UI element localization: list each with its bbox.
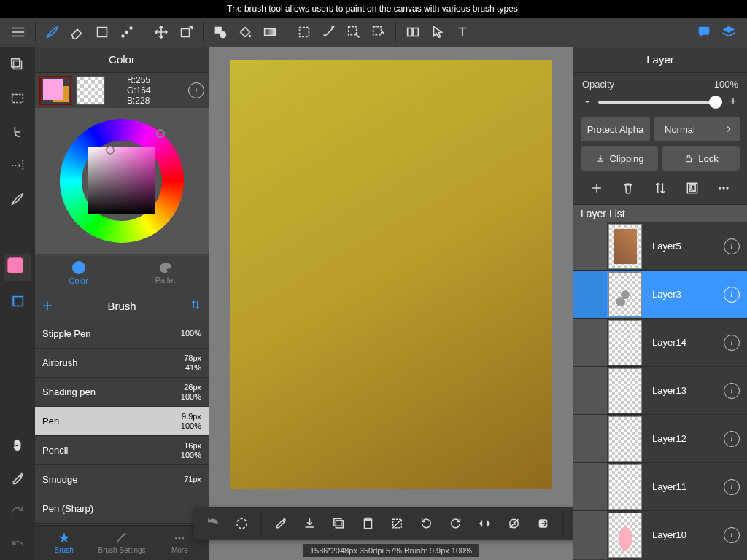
select-wand-icon[interactable] xyxy=(366,20,391,44)
save-icon[interactable] xyxy=(297,510,323,537)
select-rect-icon[interactable] xyxy=(292,20,317,44)
layer-row[interactable]: Layer12i xyxy=(573,415,747,463)
layer-info-button[interactable]: i xyxy=(724,335,740,351)
svg-point-7 xyxy=(249,35,252,38)
add-brush-button[interactable]: + xyxy=(42,295,53,316)
menu-icon[interactable] xyxy=(6,20,31,44)
copy-float-icon[interactable] xyxy=(326,510,352,537)
svg-point-32 xyxy=(690,187,692,188)
hand-tool-icon[interactable] xyxy=(4,432,31,459)
rotate-icon[interactable] xyxy=(4,118,31,146)
svg-rect-9 xyxy=(300,28,309,37)
opacity-plus[interactable]: + xyxy=(728,94,738,109)
pallet-tab[interactable]: Pallet xyxy=(122,254,209,292)
brush-row[interactable]: Shading pen26px100% xyxy=(35,378,209,407)
bucket-fill-icon[interactable] xyxy=(208,20,233,44)
marquee-icon[interactable] xyxy=(4,85,31,112)
layer-row[interactable]: Layer3i xyxy=(573,271,747,319)
color-swatch[interactable] xyxy=(39,76,71,105)
share-icon[interactable] xyxy=(530,510,557,537)
color-wheel[interactable] xyxy=(35,108,209,254)
layer-row[interactable]: Layer11i xyxy=(573,463,747,511)
layers-icon[interactable] xyxy=(716,20,741,44)
color-swatch-button[interactable] xyxy=(4,254,31,281)
bucket-tool-icon[interactable] xyxy=(233,20,258,44)
color-tab[interactable]: Color xyxy=(35,254,122,292)
shape-tool-icon[interactable] xyxy=(90,20,115,44)
cursor-tool-icon[interactable] xyxy=(425,20,450,44)
brush-row[interactable]: Pen9.9px100% xyxy=(35,407,209,436)
rotate-reset-icon[interactable] xyxy=(229,510,255,537)
pen-icon[interactable] xyxy=(4,185,31,213)
flip-icon[interactable] xyxy=(4,152,31,179)
undo-button[interactable] xyxy=(200,510,226,537)
undo-icon[interactable] xyxy=(4,532,31,560)
more-layer-button[interactable] xyxy=(716,181,731,198)
layer-info-button[interactable]: i xyxy=(724,527,740,543)
svg-point-20 xyxy=(182,537,184,540)
flip-h-icon[interactable] xyxy=(472,510,498,537)
layer-info-button[interactable]: i xyxy=(724,383,740,399)
move-tool-icon[interactable] xyxy=(149,20,174,44)
copy-icon[interactable] xyxy=(4,51,31,79)
redo-icon[interactable] xyxy=(4,499,31,526)
canvas-area[interactable]: ≡ 1536*2048px 350dpi 57% Brush: 9.9px 10… xyxy=(209,47,573,560)
no-rotate-icon[interactable] xyxy=(501,510,527,537)
reorder-layer-button[interactable] xyxy=(653,181,667,198)
image-layer-button[interactable] xyxy=(685,181,700,198)
gradient-tool-icon[interactable] xyxy=(258,20,282,44)
brush-row[interactable]: Stipple Pen100% xyxy=(35,319,209,349)
rotate-ccw-icon[interactable] xyxy=(414,510,440,537)
layer-row[interactable]: Layer10i xyxy=(573,511,747,559)
brush-settings-tab[interactable]: Brush Settings xyxy=(93,526,150,560)
brush-list: Stipple Pen100% Airbrush78px41% Shading … xyxy=(35,319,209,525)
brush-row[interactable]: Pencil16px100% xyxy=(35,436,209,465)
opacity-minus[interactable]: - xyxy=(582,94,592,109)
chat-icon[interactable] xyxy=(692,20,716,44)
layer-info-button[interactable]: i xyxy=(724,238,740,254)
paste-icon[interactable] xyxy=(355,510,382,537)
transform-tool-icon[interactable] xyxy=(174,20,198,44)
sort-brush-button[interactable] xyxy=(190,299,201,313)
divide-tool-icon[interactable] xyxy=(400,20,425,44)
opacity-slider[interactable] xyxy=(598,101,722,104)
clipping-button[interactable]: Clipping xyxy=(581,146,658,171)
rotate-cw-icon[interactable] xyxy=(443,510,469,537)
protect-alpha-button[interactable]: Protect Alpha xyxy=(581,117,650,141)
text-tool-icon[interactable] xyxy=(450,20,475,44)
layer-panel: Layer Opacity100% - + Protect Alpha Norm… xyxy=(573,47,747,560)
svg-point-1 xyxy=(122,35,124,37)
lock-button[interactable]: Lock xyxy=(662,146,740,171)
left-panel: Color R:255 G:164 B:228 i Color Pallet +… xyxy=(35,47,209,560)
svg-point-34 xyxy=(723,187,725,189)
magic-wand-icon[interactable] xyxy=(317,20,341,44)
brush-row[interactable]: Pen (Sharp) xyxy=(35,494,209,524)
dots-tool-icon[interactable] xyxy=(115,20,139,44)
alpha-swatch[interactable] xyxy=(76,76,105,105)
blend-mode-button[interactable]: Normal xyxy=(654,117,740,141)
brush-tool-icon[interactable] xyxy=(40,20,65,44)
layer-tools xyxy=(573,175,747,205)
eyedropper-float-icon[interactable] xyxy=(268,510,294,537)
brush-row[interactable]: Airbrush78px41% xyxy=(35,349,209,378)
layer-info-button[interactable]: i xyxy=(724,431,740,447)
color-info-button[interactable]: i xyxy=(188,82,204,98)
delete-layer-button[interactable] xyxy=(621,181,635,198)
panel-align-icon[interactable] xyxy=(4,287,31,315)
deselect-icon[interactable] xyxy=(384,510,411,537)
select-pen-icon[interactable] xyxy=(341,20,366,44)
layer-row[interactable]: Layer14i xyxy=(573,319,747,367)
canvas[interactable] xyxy=(230,60,552,489)
eraser-tool-icon[interactable] xyxy=(65,20,90,44)
opacity-value: 100% xyxy=(714,79,738,90)
status-bar: 1536*2048px 350dpi 57% Brush: 9.9px 100% xyxy=(303,544,479,557)
layer-info-button[interactable]: i xyxy=(724,287,740,303)
layer-info-button[interactable]: i xyxy=(724,479,740,495)
add-layer-button[interactable] xyxy=(589,181,604,198)
brush-row[interactable]: Smudge71px xyxy=(35,465,209,494)
svg-rect-23 xyxy=(334,518,341,526)
brush-tab[interactable]: Brush xyxy=(35,526,93,560)
layer-row[interactable]: Layer13i xyxy=(573,367,747,415)
layer-row[interactable]: Layer5i xyxy=(573,222,747,271)
eyedropper-icon[interactable] xyxy=(4,465,31,493)
